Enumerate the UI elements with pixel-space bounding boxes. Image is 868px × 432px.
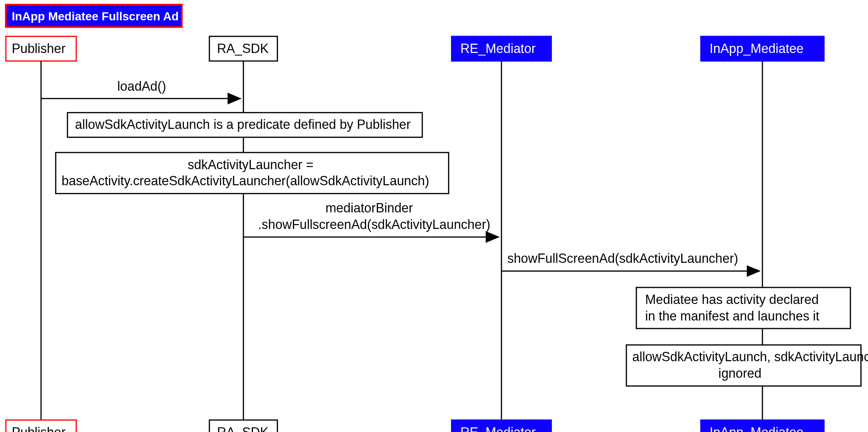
msg-showfullscreen-label: showFullScreenAd(sdkActivityLauncher)	[507, 251, 738, 266]
svg-text:Publisher: Publisher	[12, 425, 66, 432]
note-launcher-l1: sdkActivityLauncher =	[188, 157, 314, 172]
actor-publisher-bottom: Publisher	[6, 420, 76, 432]
note-predicate: allowSdkActivityLaunch is a predicate de…	[75, 117, 411, 132]
actor-inapp-mediatee-top: InApp_Mediatee	[701, 36, 824, 61]
msg-mediatorbinder-l2: .showFullscreenAd(sdkActivityLauncher)	[258, 217, 490, 232]
msg-loadad-label: loadAd()	[117, 79, 166, 94]
sequence-diagram: InApp Mediatee Fullscreen Ad Publisher R…	[0, 0, 868, 432]
note-ignored-l1: allowSdkActivityLaunch, sdkActivityLaunc…	[632, 349, 868, 364]
msg-mediatorbinder-l1: mediatorBinder	[326, 201, 413, 215]
actor-ra-sdk-label: RA_SDK	[217, 41, 269, 56]
actor-re-mediator-bottom: RE_Mediator	[452, 420, 551, 432]
actor-ra-sdk-top: RA_SDK	[209, 36, 278, 61]
note-launcher-l2: baseActivity.createSdkActivityLauncher(a…	[61, 173, 429, 188]
svg-text:RA_SDK: RA_SDK	[217, 425, 269, 432]
actor-re-mediator-top: RE_Mediator	[452, 36, 551, 61]
actor-inapp-mediatee-bottom: InApp_Mediatee	[701, 420, 824, 432]
svg-text:RE_Mediator: RE_Mediator	[460, 425, 536, 432]
actor-re-mediator-label: RE_Mediator	[460, 41, 536, 56]
note-mediatee-l1: Mediatee has activity declared	[645, 292, 818, 307]
svg-text:InApp_Mediatee: InApp_Mediatee	[709, 425, 804, 432]
actor-inapp-mediatee-label: InApp_Mediatee	[709, 41, 804, 56]
diagram-title: InApp Mediatee Fullscreen Ad	[12, 10, 179, 23]
note-ignored-l2: ignored	[718, 366, 762, 381]
actor-publisher-label: Publisher	[12, 41, 66, 56]
actor-ra-sdk-bottom: RA_SDK	[209, 420, 278, 432]
note-mediatee-l2: in the manifest and launches it	[645, 309, 820, 323]
actor-publisher-top: Publisher	[6, 36, 76, 61]
